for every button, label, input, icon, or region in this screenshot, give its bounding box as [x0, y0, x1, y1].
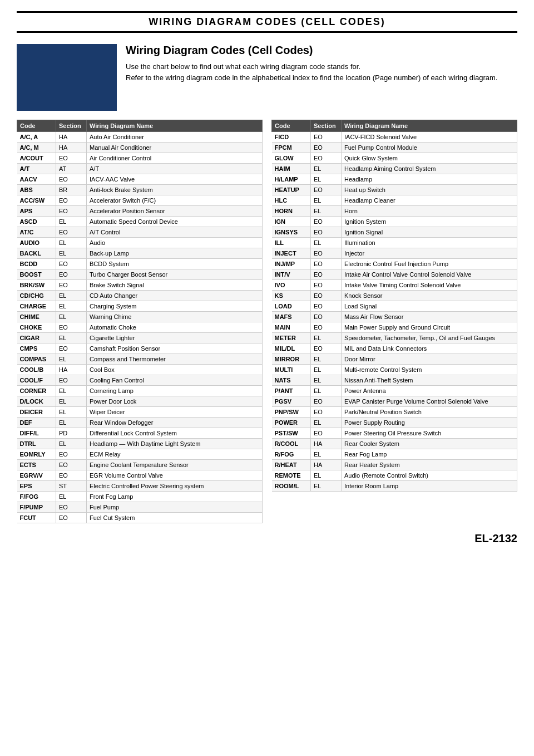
intro-paragraph-1: Use the chart below to find out what eac…: [126, 61, 497, 72]
cell-name: Rear Heater System: [342, 460, 517, 470]
tables-container: Code Section Wiring Diagram Name A/C, A …: [17, 120, 517, 523]
cell-code: A/C, M: [17, 143, 56, 153]
cell-code: ABS: [17, 185, 56, 195]
cell-code: IVO: [272, 280, 311, 291]
cell-section: EO: [311, 343, 342, 354]
cell-name: MIL and Data Link Connectors: [342, 343, 517, 354]
cell-code: CHARGE: [17, 301, 56, 312]
table-row: IGNSYS EO Ignition Signal: [272, 227, 517, 238]
table-row: FICD EO IACV-FICD Solenoid Valve: [272, 132, 517, 143]
cell-code: CD/CHG: [17, 291, 56, 301]
cell-name: Power Antenna: [342, 386, 517, 396]
table-row: A/C, A HA Auto Air Conditioner: [17, 132, 263, 143]
cell-name: EVAP Canister Purge Volume Control Solen…: [342, 396, 517, 407]
cell-name: Headlamp Cleaner: [342, 195, 517, 206]
cell-code: PGSV: [272, 396, 311, 407]
cell-section: EL: [56, 217, 87, 227]
cell-section: EL: [311, 418, 342, 428]
cell-name: Accelerator Switch (F/C): [87, 195, 263, 206]
cell-section: EO: [311, 312, 342, 322]
table-row: DEICER EL Wiper Deicer: [17, 407, 263, 418]
cell-section: EL: [311, 365, 342, 375]
cell-section: EO: [311, 217, 342, 227]
cell-name: Audio: [87, 238, 263, 248]
cell-name: Differential Lock Control System: [87, 428, 263, 439]
cell-name: Turbo Charger Boost Sensor: [87, 269, 263, 280]
cell-name: IACV-FICD Solenoid Valve: [342, 132, 517, 143]
cell-name: Horn: [342, 206, 517, 217]
cell-name: Mass Air Flow Sensor: [342, 312, 517, 322]
cell-name: Cool Box: [87, 365, 263, 375]
cell-section: EO: [56, 449, 87, 460]
cell-name: Wiper Deicer: [87, 407, 263, 418]
table-row: F/PUMP EO Fuel Pump: [17, 502, 263, 513]
cell-name: Fuel Cut System: [87, 513, 263, 523]
cell-name: Rear Cooler System: [342, 439, 517, 449]
cell-code: R/FOG: [272, 449, 311, 460]
left-table-half: Code Section Wiring Diagram Name A/C, A …: [17, 120, 263, 523]
right-table: Code Section Wiring Diagram Name FICD EO…: [271, 120, 517, 492]
footer-badge: EL-2132: [17, 532, 517, 545]
cell-name: Cigarette Lighter: [87, 333, 263, 343]
left-table: Code Section Wiring Diagram Name A/C, A …: [17, 120, 263, 523]
cell-name: Ignition Signal: [342, 227, 517, 238]
cell-section: HA: [311, 460, 342, 470]
cell-section: EL: [56, 396, 87, 407]
cell-code: CMPS: [17, 343, 56, 354]
cell-code: A/T: [17, 164, 56, 174]
table-row: PGSV EO EVAP Canister Purge Volume Contr…: [272, 396, 517, 407]
table-row: ABS BR Anti-lock Brake System: [17, 185, 263, 195]
cell-section: EO: [311, 259, 342, 269]
table-row: COOL/B HA Cool Box: [17, 365, 263, 375]
table-row: LOAD EO Load Signal: [272, 301, 517, 312]
cell-section: EL: [56, 354, 87, 365]
cell-section: EO: [56, 513, 87, 523]
table-row: BACKL EL Back-up Lamp: [17, 248, 263, 259]
cell-code: AT/C: [17, 227, 56, 238]
table-row: R/HEAT HA Rear Heater System: [272, 460, 517, 470]
table-row: APS EO Accelerator Position Sensor: [17, 206, 263, 217]
cell-code: ACC/SW: [17, 195, 56, 206]
cell-name: Air Conditioner Control: [87, 153, 263, 164]
cell-section: EL: [56, 407, 87, 418]
table-row: HEATUP EO Heat up Switch: [272, 185, 517, 195]
cell-name: Camshaft Position Sensor: [87, 343, 263, 354]
page-title-bar: WIRING DIAGRAM CODES (CELL CODES): [17, 11, 517, 33]
cell-code: MAIN: [272, 322, 311, 333]
cell-name: Automatic Choke: [87, 322, 263, 333]
cell-section: EO: [56, 195, 87, 206]
footer-badge-text: EL-2132: [474, 532, 517, 544]
table-row: A/T AT A/T: [17, 164, 263, 174]
intro-text: Wiring Diagram Codes (Cell Codes) Use th…: [126, 44, 497, 111]
table-row: AUDIO EL Audio: [17, 238, 263, 248]
cell-name: Park/Neutral Position Switch: [342, 407, 517, 418]
cell-section: EO: [311, 428, 342, 439]
cell-code: REMOTE: [272, 470, 311, 481]
table-row: NATS EL Nissan Anti-Theft System: [272, 375, 517, 386]
cell-section: EL: [56, 439, 87, 449]
cell-code: INT/V: [272, 269, 311, 280]
page-container: WIRING DIAGRAM CODES (CELL CODES) Wiring…: [0, 0, 534, 556]
table-row: MIRROR EL Door Mirror: [272, 354, 517, 365]
cell-section: EL: [56, 418, 87, 428]
cell-section: EO: [311, 269, 342, 280]
cell-section: EL: [311, 470, 342, 481]
cell-code: AACV: [17, 174, 56, 185]
cell-code: LOAD: [272, 301, 311, 312]
cell-code: MIRROR: [272, 354, 311, 365]
cell-section: EL: [56, 333, 87, 343]
cell-name: Audio (Remote Control Switch): [342, 470, 517, 481]
table-row: HLC EL Headlamp Cleaner: [272, 195, 517, 206]
table-row: A/C, M HA Manual Air Conditioner: [17, 143, 263, 153]
cell-section: EL: [311, 375, 342, 386]
cell-name: Main Power Supply and Ground Circuit: [342, 322, 517, 333]
cell-name: Headlamp — With Daytime Light System: [87, 439, 263, 449]
cell-section: EO: [311, 227, 342, 238]
cell-name: Fuel Pump Control Module: [342, 143, 517, 153]
cell-section: HA: [311, 439, 342, 449]
cell-section: EO: [56, 322, 87, 333]
table-row: DIFF/L PD Differential Lock Control Syst…: [17, 428, 263, 439]
table-row: FCUT EO Fuel Cut System: [17, 513, 263, 523]
cell-code: DEF: [17, 418, 56, 428]
cell-name: Back-up Lamp: [87, 248, 263, 259]
